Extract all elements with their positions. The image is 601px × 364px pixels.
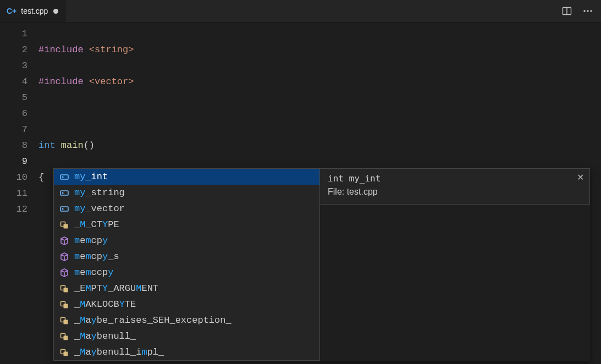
svg-rect-14 <box>64 288 68 292</box>
svg-point-3 <box>587 10 588 12</box>
token-type: int <box>38 140 56 151</box>
autocomplete-doc: int my_int File: test.cpp ✕ <box>320 168 590 205</box>
autocomplete-item[interactable]: my_vector <box>54 201 319 217</box>
autocomplete-label: _Maybenull_impl_ <box>74 347 314 357</box>
cpp-file-icon: C+ <box>7 7 16 15</box>
svg-rect-12 <box>64 224 68 228</box>
token-include: <string> <box>84 45 134 55</box>
line-number: 6 <box>0 106 27 122</box>
svg-rect-7 <box>60 191 68 195</box>
token-func: main <box>56 140 84 151</box>
svg-rect-22 <box>64 351 68 356</box>
autocomplete-label: _M_CTYPE <box>74 219 314 230</box>
svg-point-6 <box>62 176 63 178</box>
autocomplete-item[interactable]: _Maybe_raises_SEH_exception_ <box>54 312 319 328</box>
autocomplete-label: _Maybe_raises_SEH_exception_ <box>74 315 314 326</box>
autocomplete-item[interactable]: memccpy <box>54 264 319 280</box>
line-number: 11 <box>0 185 27 201</box>
autocomplete-label: memccpy <box>74 267 314 278</box>
svg-point-4 <box>590 10 592 12</box>
autocomplete-list[interactable]: my_intmy_stringmy_vector_M_CTYPEmemcpyme… <box>53 168 320 361</box>
line-number: 4 <box>0 74 27 90</box>
line-number: 5 <box>0 90 27 106</box>
token-brace: { <box>38 172 44 183</box>
autocomplete-label: _Maybenull_ <box>74 331 314 341</box>
svg-rect-9 <box>60 207 68 211</box>
autocomplete-item[interactable]: _M_CTYPE <box>54 217 319 233</box>
line-number: 10 <box>0 169 27 185</box>
svg-rect-16 <box>64 304 68 308</box>
autocomplete-item[interactable]: _Maybenull_ <box>54 328 319 344</box>
autocomplete-label: my_vector <box>74 203 314 214</box>
token-include: <vector> <box>84 76 134 87</box>
tab-actions <box>561 0 601 22</box>
autocomplete-item[interactable]: memcpy <box>54 233 319 249</box>
svg-rect-20 <box>64 335 68 340</box>
autocomplete-item[interactable]: _MAKLOCBYTE <box>54 296 319 312</box>
autocomplete-label: _EMPTY_ARGUMENT <box>74 283 314 294</box>
svg-rect-5 <box>60 175 68 179</box>
line-number: 8 <box>0 137 27 153</box>
line-number: 2 <box>0 42 27 58</box>
svg-rect-18 <box>64 319 68 324</box>
line-number: 12 <box>0 201 27 217</box>
unsaved-dot-icon <box>53 9 58 14</box>
tab-bar: C+ test.cpp <box>0 0 601 23</box>
svg-point-2 <box>583 10 585 12</box>
autocomplete-label: my_string <box>74 187 314 198</box>
autocomplete-item[interactable]: _Maybenull_impl_ <box>54 344 319 360</box>
line-number: 3 <box>0 58 27 74</box>
line-number: 1 <box>0 26 27 42</box>
autocomplete-item[interactable]: _EMPTY_ARGUMENT <box>54 280 319 296</box>
autocomplete-label: _MAKLOCBYTE <box>74 299 314 310</box>
more-actions-icon[interactable] <box>582 5 593 16</box>
split-editor-icon[interactable] <box>561 5 572 16</box>
svg-point-8 <box>62 192 63 194</box>
token-punc: () <box>84 140 95 151</box>
token-preproc: #include <box>38 76 84 87</box>
autocomplete-label: my_int <box>74 172 314 182</box>
doc-file: File: test.cpp <box>328 187 582 197</box>
autocomplete-item[interactable]: my_string <box>54 185 319 201</box>
svg-point-10 <box>62 208 63 209</box>
tab-testcpp[interactable]: C+ test.cpp <box>0 0 66 22</box>
autocomplete-item[interactable]: my_int <box>54 169 319 185</box>
autocomplete-label: memcpy <box>74 235 314 246</box>
line-number-gutter: 1 2 3 4 5 6 7 8 9 10 11 12 <box>0 26 38 345</box>
line-number-current: 9 <box>0 153 27 169</box>
autocomplete-item[interactable]: memcpy_s <box>54 249 319 264</box>
tab-filename: test.cpp <box>21 7 48 15</box>
token-preproc: #include <box>38 45 84 55</box>
doc-signature: int my_int <box>328 173 582 184</box>
line-number: 7 <box>0 122 27 137</box>
close-icon[interactable]: ✕ <box>577 172 584 183</box>
autocomplete-popup: my_intmy_stringmy_vector_M_CTYPEmemcpyme… <box>53 168 590 361</box>
autocomplete-label: memcpy_s <box>74 251 314 262</box>
